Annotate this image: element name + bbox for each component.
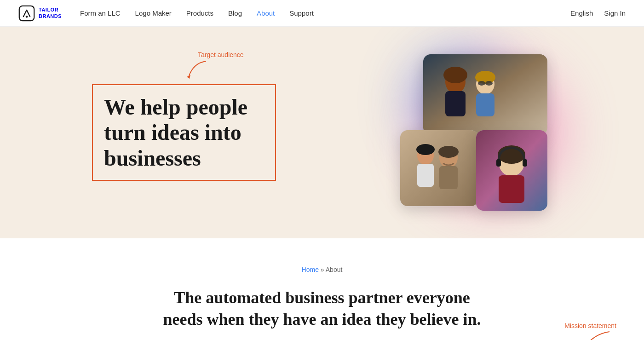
nav-support[interactable]: Support — [289, 9, 314, 17]
target-audience-arrow — [184, 59, 212, 82]
svg-point-15 — [416, 144, 435, 155]
svg-rect-9 — [476, 93, 494, 116]
hero-right — [368, 45, 589, 220]
svg-rect-25 — [523, 159, 527, 167]
svg-point-18 — [438, 146, 459, 158]
mission-annotation-arrow — [580, 329, 616, 340]
svg-rect-13 — [400, 130, 478, 206]
photo-card-top — [423, 54, 547, 135]
nav-right: English Sign In — [570, 9, 626, 17]
breadcrumb-home[interactable]: Home — [302, 266, 319, 273]
section-headline: The automated business partner everyone … — [161, 287, 483, 330]
svg-point-10 — [478, 81, 485, 86]
hero-headline-box: We help people turn ideas into businesse… — [92, 84, 276, 181]
mission-annotation-label: Mission statement — [564, 322, 616, 329]
nav-logo-maker[interactable]: Logo Maker — [135, 9, 172, 17]
breadcrumb: Home » About — [92, 266, 552, 273]
breadcrumb-separator: » — [321, 266, 324, 273]
nav-signin[interactable]: Sign In — [604, 9, 626, 17]
nav-language[interactable]: English — [570, 9, 593, 17]
target-audience-label: Target audience — [198, 51, 244, 58]
hero-headline: We help people turn ideas into businesse… — [104, 94, 264, 171]
nav-blog[interactable]: Blog — [228, 9, 242, 17]
svg-point-5 — [443, 67, 467, 83]
svg-rect-19 — [439, 166, 458, 189]
photo-collage — [382, 54, 575, 211]
nav-form-llc[interactable]: Form an LLC — [80, 9, 121, 17]
svg-point-8 — [475, 71, 495, 84]
svg-rect-24 — [496, 159, 501, 167]
nav-about[interactable]: About — [257, 9, 275, 17]
svg-rect-0 — [19, 6, 34, 20]
mission-annotation: Mission statement — [564, 322, 616, 340]
photo-card-bottom-left — [400, 130, 478, 206]
brand-logo-icon — [18, 5, 35, 22]
svg-rect-23 — [499, 175, 524, 203]
svg-rect-6 — [445, 91, 466, 116]
svg-point-1 — [26, 15, 28, 17]
breadcrumb-current: About — [326, 266, 343, 273]
hero-section: Target audience We help people turn idea… — [0, 27, 644, 238]
nav-products[interactable]: Products — [186, 9, 213, 17]
brand-name: TAILOR BRANDS — [39, 7, 62, 19]
nav-links: Form an LLC Logo Maker Products Blog Abo… — [80, 9, 570, 17]
photo-card-bottom-right — [476, 130, 547, 211]
brand-logo[interactable]: TAILOR BRANDS — [18, 5, 62, 22]
svg-rect-16 — [417, 164, 434, 187]
hero-left: Target audience We help people turn idea… — [92, 84, 368, 181]
svg-point-11 — [485, 81, 493, 86]
navbar: TAILOR BRANDS Form an LLC Logo Maker Pro… — [0, 0, 644, 27]
about-section: Home » About The automated business part… — [0, 238, 644, 340]
